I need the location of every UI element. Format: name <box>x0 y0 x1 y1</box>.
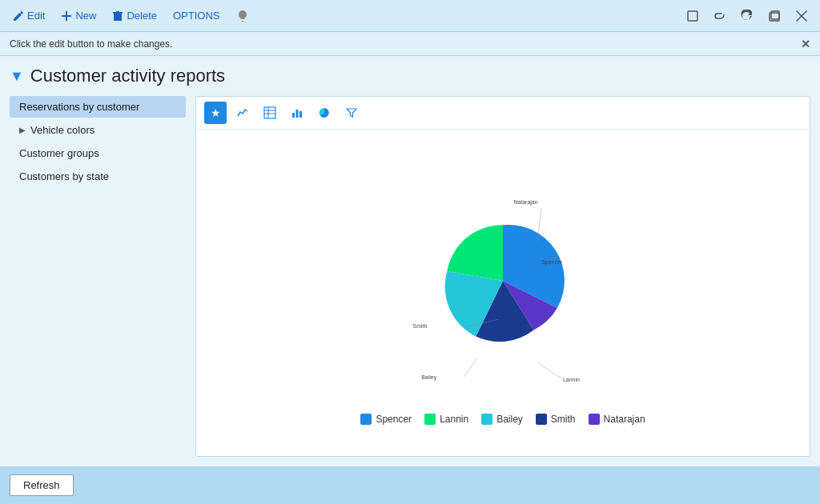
sidebar-item-customers-by-state[interactable]: Customers by state <box>10 166 186 187</box>
pie-lannin <box>447 225 503 281</box>
window-icon1-button[interactable] <box>681 4 705 28</box>
label-smith: Smith <box>413 323 428 329</box>
svg-rect-9 <box>299 111 302 118</box>
svg-rect-3 <box>264 107 275 118</box>
close-button[interactable] <box>790 4 814 28</box>
lannin-line <box>537 362 561 378</box>
content-row: Reservations by customer ▶ Vehicle color… <box>10 96 810 457</box>
sidebar-item-reservations-by-customer[interactable]: Reservations by customer <box>10 96 186 118</box>
sidebar-item-label: Customer groups <box>19 147 99 159</box>
legend-bailey: Bailey <box>481 414 523 425</box>
sidebar: Reservations by customer ▶ Vehicle color… <box>10 96 186 457</box>
legend-spencer: Spencer <box>360 414 412 425</box>
svg-rect-7 <box>292 113 295 118</box>
table-icon <box>263 106 276 119</box>
filter-icon: ▼ <box>10 68 24 85</box>
infobar-message: Click the edit button to make changes. <box>10 38 172 50</box>
pie-chart-icon <box>318 106 331 119</box>
attachment-button[interactable] <box>708 4 732 28</box>
legend-lannin-color <box>424 414 436 425</box>
new-icon <box>61 10 72 22</box>
refresh-button[interactable]: Refresh <box>10 474 74 496</box>
legend-bailey-label: Bailey <box>496 414 523 425</box>
line-chart-icon <box>236 106 249 119</box>
bar-view-button[interactable] <box>286 102 308 124</box>
window-icon <box>686 10 699 22</box>
infobar-close-button[interactable]: ✕ <box>801 38 810 50</box>
label-spencer: Spencer <box>541 259 563 266</box>
expand-arrow-icon: ▶ <box>19 126 26 134</box>
legend-natarajan-label: Natarajan <box>604 414 645 425</box>
legend-bailey-color <box>481 414 492 425</box>
pie-chart: Spencer Natarajan Smith <box>383 161 623 401</box>
chart-area: Spencer Natarajan Smith <box>196 130 810 456</box>
sidebar-item-label: Reservations by customer <box>19 101 139 113</box>
legend-spencer-label: Spencer <box>376 414 412 425</box>
page-header: ▼ Customer activity reports <box>10 66 810 86</box>
label-lannin: Lannin <box>563 377 580 382</box>
bottombar: Refresh <box>0 466 820 504</box>
refresh-title-icon <box>741 10 754 22</box>
pie-svg: Spencer Natarajan Smith <box>383 161 623 401</box>
filter-icon <box>345 106 358 119</box>
main-area: ▼ Customer activity reports Reservations… <box>0 56 820 466</box>
sidebar-item-label: Customers by state <box>19 170 109 182</box>
report-toolbar: ★ <box>196 97 810 130</box>
lightbulb-button[interactable] <box>230 6 255 26</box>
infobar: Click the edit button to make changes. ✕ <box>0 32 820 56</box>
sidebar-item-label: Vehicle colors <box>30 124 94 136</box>
edit-icon <box>13 10 24 22</box>
legend-smith: Smith <box>536 414 576 425</box>
delete-button[interactable]: Delete <box>106 6 163 25</box>
legend-lannin: Lannin <box>424 414 468 425</box>
pie-view-button[interactable] <box>313 102 336 124</box>
chart-legend: Spencer Lannin Bailey Smith <box>360 414 645 425</box>
svg-rect-0 <box>688 11 697 21</box>
legend-natarajan-color <box>589 414 600 425</box>
refresh-title-button[interactable] <box>735 4 759 28</box>
table-view-button[interactable] <box>259 102 281 124</box>
svg-rect-8 <box>296 110 299 118</box>
label-bailey: Bailey <box>421 374 436 381</box>
legend-natarajan: Natarajan <box>589 414 645 425</box>
page-title: Customer activity reports <box>30 66 225 86</box>
delete-icon <box>112 10 123 22</box>
legend-smith-label: Smith <box>551 414 576 425</box>
report-panel: ★ <box>195 96 810 457</box>
sidebar-item-customer-groups[interactable]: Customer groups <box>10 142 186 164</box>
star-view-button[interactable]: ★ <box>204 102 227 124</box>
line-view-button[interactable] <box>231 102 254 124</box>
edit-button[interactable]: Edit <box>6 6 51 25</box>
titlebar: Edit New Delete OPTIONS <box>0 0 820 32</box>
attachment-icon <box>713 10 726 22</box>
maximize-icon <box>768 10 781 22</box>
legend-lannin-label: Lannin <box>440 414 468 425</box>
bailey-line <box>464 358 477 377</box>
new-button[interactable]: New <box>54 6 102 25</box>
legend-smith-color <box>536 414 547 425</box>
legend-spencer-color <box>360 414 372 425</box>
label-natarajan: Natarajan <box>513 199 537 206</box>
lightbulb-icon <box>236 10 249 22</box>
options-button[interactable]: OPTIONS <box>167 6 227 25</box>
close-icon <box>796 10 807 22</box>
filter-view-button[interactable] <box>340 102 363 124</box>
bar-chart-icon <box>291 106 303 119</box>
maximize-button[interactable] <box>762 4 786 28</box>
sidebar-item-vehicle-colors[interactable]: ▶ Vehicle colors <box>10 119 186 141</box>
